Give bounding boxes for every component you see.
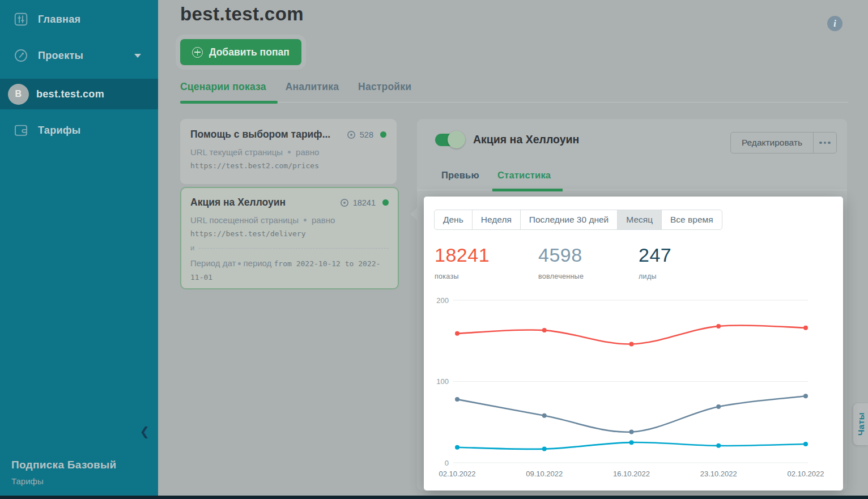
rule-field: URL текущей страницы	[190, 147, 283, 157]
detail-title: Акция на Хеллоуин	[473, 133, 579, 146]
project-avatar: B	[8, 84, 29, 105]
page-title: best.test.com	[180, 3, 304, 25]
rule-joiner: и	[190, 244, 389, 252]
globe-icon	[12, 47, 29, 64]
subscription-block: Подписка Базовый Тарифы	[11, 459, 117, 486]
tab-scenarios[interactable]: Сценарии показа	[180, 77, 266, 102]
scenario-rule: URL текущей страницы равно	[190, 147, 386, 157]
toggle-knob	[448, 131, 465, 148]
sidebar-item-tariffs[interactable]: Тарифы	[0, 117, 158, 144]
svg-text:200: 200	[436, 296, 449, 305]
statistics-panel: День Неделя Последние 30 дней Месяц Все …	[424, 197, 843, 491]
sliders-icon	[12, 11, 29, 28]
bullet-icon	[288, 151, 291, 153]
dashed-divider	[199, 248, 389, 249]
subscription-title: Подписка Базовый	[11, 459, 117, 471]
main-tabs: Сценарии показа Аналитика Настройки	[180, 77, 848, 103]
main-content: best.test.com i Добавить попап Сценарии …	[158, 0, 868, 499]
joiner-label: и	[190, 244, 194, 252]
add-popup-button-label: Добавить попап	[209, 46, 290, 58]
scenario-rule: URL посещенной страницы равно	[190, 215, 389, 225]
svg-text:100: 100	[436, 377, 449, 386]
scenario-rule-2: Период датпериод from 2022-10-12 to 2022…	[190, 257, 389, 284]
svg-text:23.10.2022: 23.10.2022	[700, 470, 737, 478]
app-screen: Главная Проекты B best.test.com	[0, 0, 868, 499]
detail-actions: Редактировать	[730, 132, 837, 153]
tab-preview[interactable]: Превью	[441, 170, 479, 181]
edit-button[interactable]: Редактировать	[731, 133, 813, 153]
sidebar-item-current-project[interactable]: B best.test.com	[0, 79, 158, 109]
scenario-card[interactable]: Помощь с выбором тариф... 528 URL текуще…	[180, 119, 397, 184]
sidebar-item-label: Тарифы	[38, 125, 81, 137]
sidebar-collapse-chevron-icon[interactable]: ❮	[139, 425, 150, 438]
info-icon[interactable]: i	[827, 16, 843, 31]
scenario-title: Помощь с выбором тариф...	[190, 129, 330, 140]
rule-field: URL посещенной страницы	[190, 215, 299, 225]
status-dot	[380, 131, 386, 138]
panel-pointer-arrow	[410, 208, 417, 220]
rule-value: https://test.best2.com/prices	[190, 161, 386, 170]
tab-analytics[interactable]: Аналитика	[286, 77, 339, 102]
rule-value: https://best.test/delivery	[190, 229, 389, 238]
stats-line-chart: 010020002.10.202209.10.202216.10.202223.…	[424, 197, 843, 491]
svg-text:09.10.2022: 09.10.2022	[526, 470, 563, 478]
more-actions-button[interactable]	[813, 133, 836, 153]
subscription-tariffs-link[interactable]: Тарифы	[11, 476, 117, 486]
views-counter: 528	[341, 130, 373, 139]
bullet-icon	[238, 262, 241, 265]
active-tab-underline	[492, 189, 563, 191]
rule-field: Период дат	[190, 258, 236, 268]
active-tab-underline	[180, 101, 278, 104]
chats-tab-label: Чаты	[856, 412, 866, 436]
rule-operator: равно	[312, 215, 335, 225]
views-counter: 18241	[334, 198, 376, 207]
window-bottom-strip	[0, 496, 868, 499]
sidebar: Главная Проекты B best.test.com	[0, 0, 158, 499]
bullet-icon	[304, 219, 307, 221]
chats-side-tab[interactable]: Чаты	[853, 403, 868, 445]
status-dot	[382, 199, 389, 206]
sidebar-item-label: best.test.com	[36, 88, 104, 100]
scenario-card-selected[interactable]: Акция на Хеллоуин 18241 URL посещенной с…	[180, 187, 399, 289]
tab-settings[interactable]: Настройки	[358, 77, 411, 102]
svg-text:02.10.2022: 02.10.2022	[787, 470, 824, 478]
svg-text:02.10.2022: 02.10.2022	[439, 470, 475, 478]
eye-icon	[340, 198, 349, 207]
rule-operator: период	[243, 258, 271, 268]
scenario-title: Акция на Хеллоуин	[190, 197, 286, 208]
eye-icon	[347, 130, 356, 139]
sidebar-item-label: Главная	[38, 14, 80, 25]
scenario-enabled-toggle[interactable]	[435, 134, 461, 146]
sidebar-item-projects[interactable]: Проекты	[0, 42, 158, 69]
detail-tabs: Превью Статистика	[417, 165, 847, 190]
plus-circle-icon	[192, 47, 203, 58]
svg-text:0: 0	[445, 459, 449, 467]
add-popup-button[interactable]: Добавить попап	[180, 39, 301, 65]
views-count: 18241	[353, 198, 376, 207]
sidebar-item-label: Проекты	[38, 50, 83, 62]
rule-operator: равно	[296, 147, 319, 157]
tab-statistics[interactable]: Статистика	[497, 170, 551, 181]
views-count: 528	[360, 130, 373, 139]
sidebar-item-home[interactable]: Главная	[0, 6, 158, 33]
svg-text:16.10.2022: 16.10.2022	[613, 470, 650, 478]
chevron-down-icon	[134, 54, 141, 58]
wallet-icon	[12, 122, 29, 139]
